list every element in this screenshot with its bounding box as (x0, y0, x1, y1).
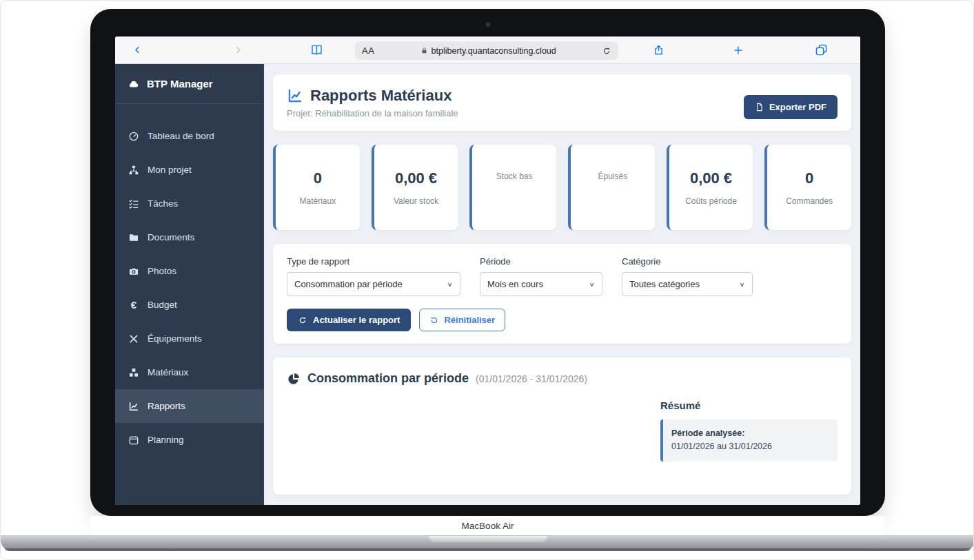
open-book-icon (310, 43, 323, 56)
period-select-wrap: Mois en cours (480, 272, 602, 296)
stat-value: 0 (314, 169, 322, 187)
stat-card-valeur-stock: 0,00 € Valeur stock (372, 145, 458, 230)
sidebar-item-materiaux[interactable]: Matériaux (115, 355, 264, 389)
stat-card-commandes: 0 Commandes (764, 145, 851, 230)
reload-button[interactable] (602, 46, 611, 56)
stat-value: 0,00 € (690, 169, 732, 187)
summary-column: Résumé Période analysée: 01/01/2026 au 3… (660, 400, 838, 462)
stats-row: 0 Matériaux 0,00 € Valeur stock Stock ba… (273, 145, 851, 230)
camera-icon (128, 265, 140, 278)
report-chart-icon (287, 87, 303, 104)
sidebar-item-label: Équipements (148, 333, 202, 344)
sidebar-item-planning[interactable]: Planning (115, 423, 264, 457)
sidebar-item-label: Rapports (148, 401, 185, 411)
stat-card-materiaux: 0 Matériaux (273, 145, 360, 230)
screenshot-frame: AA btpliberty.quantaconsulting.cloud (0, 0, 974, 560)
pdf-file-icon (755, 102, 764, 112)
report-type-select[interactable]: Consommation par période (287, 272, 460, 296)
tabs-icon (815, 43, 828, 56)
bookmarks-button[interactable] (307, 41, 326, 60)
stat-card-couts-periode: 0,00 € Coûts période (667, 145, 753, 230)
brand-label: BTP Manager (147, 78, 213, 90)
stat-label: Valeur stock (394, 196, 438, 206)
sidebar-item-documents[interactable]: Documents (115, 220, 264, 254)
url-text: btpliberty.quantaconsulting.cloud (374, 46, 602, 56)
browser-toolbar: AA btpliberty.quantaconsulting.cloud (115, 37, 860, 64)
share-button[interactable] (649, 41, 668, 60)
category-select[interactable]: Toutes catégories (622, 272, 753, 296)
filter-label-type: Type de rapport (287, 256, 460, 267)
filter-group-type: Type de rapport Consommation par période (287, 256, 460, 296)
laptop-screen: AA btpliberty.quantaconsulting.cloud (115, 37, 860, 505)
cloud-icon (128, 78, 140, 90)
sidebar-item-mon-projet[interactable]: Mon projet (115, 153, 264, 187)
sidebar-item-label: Photos (148, 266, 176, 276)
refresh-report-label: Actualiser le rapport (313, 315, 400, 325)
forward-button[interactable] (228, 41, 247, 60)
reset-icon (429, 315, 439, 325)
sidebar-item-label: Tâches (148, 198, 178, 209)
summary-title: Résumé (660, 400, 838, 411)
bar-chart-icon (128, 400, 140, 413)
stat-value: 0,00 € (395, 169, 437, 187)
brand: BTP Manager (115, 64, 264, 104)
stat-label: Commandes (786, 196, 833, 206)
laptop-base (1, 535, 974, 551)
laptop-chin: MacBook Air (90, 516, 885, 535)
reset-filters-button[interactable]: Réinitialiser (419, 309, 505, 331)
summary-period-label: Période analysée: (671, 427, 829, 440)
report-card: Consommation par période (01/01/2026 - 3… (273, 357, 851, 495)
sidebar-item-label: Matériaux (148, 367, 188, 377)
stat-label: Matériaux (299, 196, 336, 206)
tools-icon (128, 333, 140, 345)
reload-icon (602, 46, 611, 56)
export-pdf-label: Exporter PDF (769, 102, 826, 112)
chevron-right-icon (234, 44, 243, 56)
summary-period-value: 01/01/2026 au 31/01/2026 (671, 442, 772, 451)
sidebar-item-label: Tableau de bord (148, 131, 214, 141)
sidebar-item-label: Planning (148, 435, 184, 445)
report-title: Consommation par période (307, 371, 469, 386)
laptop-bezel: AA btpliberty.quantaconsulting.cloud (90, 9, 885, 516)
refresh-report-button[interactable]: Actualiser le rapport (287, 309, 411, 331)
stat-label: Épuisés (598, 172, 627, 181)
lock-icon (420, 47, 428, 54)
sidebar-item-label: Mon projet (148, 165, 192, 175)
calendar-icon (128, 434, 140, 446)
sidebar-item-photos[interactable]: Photos (115, 254, 264, 288)
filter-label-category: Catégorie (622, 256, 753, 267)
main-content: Rapports Matériaux Projet: Réhabilitatio… (264, 64, 860, 505)
period-select[interactable]: Mois en cours (480, 272, 602, 296)
plus-icon (733, 45, 744, 56)
stat-card-epuises: Épuisés (568, 145, 655, 230)
reset-filters-label: Réinitialiser (444, 315, 495, 325)
chevron-left-icon (133, 44, 142, 56)
sidebar-item-rapports[interactable]: Rapports (115, 389, 264, 423)
filters-card: Type de rapport Consommation par période… (273, 244, 851, 344)
stat-card-stock-bas: Stock bas (469, 145, 556, 230)
sidebar-item-budget[interactable]: Budget (115, 288, 264, 322)
page-header-card: Rapports Matériaux Projet: Réhabilitatio… (273, 74, 851, 131)
share-icon (653, 43, 664, 56)
tabs-overview-button[interactable] (811, 41, 831, 60)
pie-chart-icon (287, 372, 301, 386)
url-domain: btpliberty.quantaconsulting.cloud (432, 46, 556, 56)
filter-group-category: Catégorie Toutes catégories (622, 256, 753, 296)
page-title: Rapports Matériaux (310, 87, 452, 105)
new-tab-button[interactable] (729, 41, 748, 60)
sidebar-item-tableau-de-bord[interactable]: Tableau de bord (115, 119, 264, 153)
report-date-range: (01/01/2026 - 31/01/2026) (476, 373, 587, 384)
sidebar-item-equipements[interactable]: Équipements (115, 322, 264, 355)
reader-mode-button[interactable]: AA (362, 45, 374, 56)
stat-label: Coûts période (685, 196, 737, 206)
euro-icon (128, 299, 140, 311)
cubes-icon (128, 366, 140, 379)
sitemap-icon (128, 164, 140, 176)
device-label: MacBook Air (462, 521, 514, 531)
stat-label: Stock bas (496, 172, 533, 181)
sidebar-item-label: Documents (148, 232, 194, 242)
address-bar[interactable]: AA btpliberty.quantaconsulting.cloud (355, 41, 618, 60)
back-button[interactable] (128, 41, 147, 60)
sidebar-item-taches[interactable]: Tâches (115, 187, 264, 220)
export-pdf-button[interactable]: Exporter PDF (744, 95, 838, 119)
